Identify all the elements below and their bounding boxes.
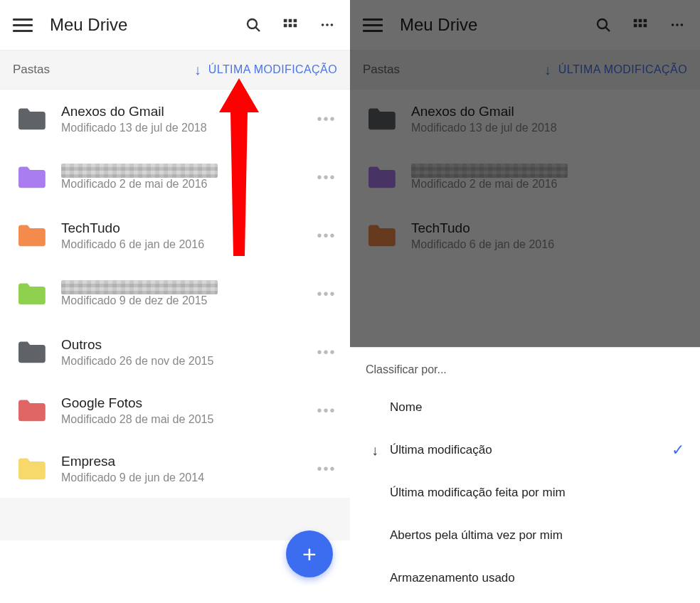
folder-modified: Modificado 2 de mai de 2016	[61, 178, 316, 191]
folder-list: Anexos do GmailModificado 13 de jul de 2…	[0, 90, 350, 603]
item-more-icon[interactable]: •••	[316, 169, 337, 186]
item-text: TechTudoModificado 6 de jan de 2016	[61, 220, 316, 251]
item-more-icon[interactable]: •••	[316, 286, 337, 302]
svg-rect-16	[644, 19, 647, 23]
list-item[interactable]: Google FotosModificado 28 de mai de 2015…	[0, 381, 350, 439]
header-actions	[243, 15, 337, 35]
folder-name: Anexos do Gmail	[411, 104, 687, 119]
folder-name: Empresa	[61, 454, 316, 469]
redacted-name	[61, 164, 218, 178]
list-item[interactable]: OutrosModificado 26 de nov de 2015•••	[0, 323, 350, 381]
grid-view-icon[interactable]	[280, 15, 300, 35]
sort-option-label: Abertos pela última vez por mim	[390, 528, 684, 543]
sort-direction-icon: ↓	[544, 62, 551, 78]
svg-rect-2	[284, 19, 287, 23]
folder-icon	[16, 397, 47, 423]
svg-rect-3	[289, 19, 292, 23]
folder-modified: Modificado 2 de mai de 2016	[411, 178, 687, 191]
svg-point-0	[248, 19, 257, 28]
folder-name: Google Fotos	[61, 395, 316, 411]
sheet-title: Classificar por...	[350, 356, 700, 386]
svg-line-13	[606, 28, 610, 32]
svg-line-1	[256, 28, 260, 32]
svg-rect-15	[639, 19, 642, 23]
sort-option[interactable]: ↓Última modificação✓	[350, 429, 700, 471]
check-icon: ✓	[672, 441, 684, 459]
item-more-icon[interactable]: •••	[316, 228, 337, 244]
folder-name: Outros	[61, 337, 316, 353]
page-title: Meu Drive	[50, 15, 226, 35]
svg-rect-4	[294, 19, 297, 23]
sort-option[interactable]: Armazenamento usado	[350, 557, 700, 599]
item-text: Google FotosModificado 28 de mai de 2015	[61, 395, 316, 426]
menu-icon[interactable]	[13, 15, 33, 35]
section-label: Pastas	[13, 63, 194, 77]
folder-name: TechTudo	[61, 220, 316, 236]
sort-option[interactable]: Abertos pela última vez por mim	[350, 514, 700, 557]
folder-name: Anexos do Gmail	[61, 104, 316, 119]
sort-option-label: Armazenamento usado	[390, 571, 684, 585]
screen-right: Meu Drive Pastas ↓ ÚLTIMA MODIFICAÇÃO An…	[350, 0, 700, 603]
list-item[interactable]: EmpresaModificado 9 de jun de 2014•••	[0, 439, 350, 498]
item-text: OutrosModificado 26 de nov de 2015	[61, 337, 316, 368]
folder-icon	[16, 106, 47, 132]
list-item[interactable]: Anexos do GmailModificado 13 de jul de 2…	[0, 90, 350, 148]
header-actions	[593, 15, 687, 35]
folder-icon	[16, 456, 47, 481]
folder-modified: Modificado 26 de nov de 2015	[61, 355, 316, 368]
sort-bar[interactable]: Pastas ↓ ÚLTIMA MODIFICAÇÃO	[350, 50, 700, 90]
search-icon[interactable]	[243, 15, 263, 35]
list-item[interactable]: TechTudoModificado 6 de jan de 2016•••	[0, 206, 350, 265]
redacted-name	[411, 164, 568, 178]
list-item[interactable]: Modificado 9 de dez de 2015•••	[0, 265, 350, 323]
sort-bar[interactable]: Pastas ↓ ÚLTIMA MODIFICAÇÃO	[0, 50, 350, 90]
list-item[interactable]: Anexos do GmailModificado 13 de jul de 2…	[350, 90, 700, 148]
folder-icon	[16, 281, 47, 306]
search-icon[interactable]	[593, 15, 613, 35]
list-item[interactable]: Modificado 2 de mai de 2016•••	[0, 148, 350, 206]
sort-option[interactable]: Nome	[350, 386, 700, 429]
svg-rect-6	[289, 24, 292, 28]
folder-icon	[16, 339, 47, 365]
folder-icon	[16, 164, 47, 190]
svg-point-22	[681, 23, 684, 26]
fab-add-button[interactable]: +	[286, 530, 333, 577]
folder-icon	[366, 164, 397, 190]
folder-modified: Modificado 9 de dez de 2015	[61, 294, 316, 307]
svg-point-12	[598, 19, 607, 28]
item-text: Modificado 9 de dez de 2015	[61, 280, 316, 307]
svg-rect-14	[634, 19, 637, 23]
svg-point-9	[326, 23, 329, 26]
item-text: Modificado 2 de mai de 2016	[61, 164, 316, 191]
item-more-icon[interactable]: •••	[316, 111, 337, 127]
svg-rect-19	[644, 24, 647, 28]
folder-modified: Modificado 28 de mai de 2015	[61, 413, 316, 426]
svg-point-8	[322, 23, 324, 26]
redacted-name	[61, 280, 218, 294]
svg-point-10	[331, 23, 334, 26]
folder-icon	[16, 223, 47, 248]
grid-view-icon[interactable]	[630, 15, 650, 35]
folder-modified: Modificado 6 de jan de 2016	[411, 238, 687, 251]
folder-icon	[366, 106, 397, 132]
list-item[interactable]: Modificado 2 de mai de 2016	[350, 148, 700, 206]
folder-modified: Modificado 13 de jul de 2018	[61, 122, 316, 134]
menu-icon[interactable]	[363, 15, 383, 35]
sort-value: ÚLTIMA MODIFICAÇÃO	[558, 63, 687, 76]
sort-direction-icon: ↓	[366, 442, 384, 459]
item-more-icon[interactable]: •••	[316, 402, 337, 419]
svg-point-21	[676, 23, 679, 26]
item-text: Anexos do GmailModificado 13 de jul de 2…	[61, 104, 316, 134]
svg-rect-18	[639, 24, 642, 28]
item-more-icon[interactable]: •••	[316, 461, 337, 477]
folder-icon	[366, 223, 397, 248]
list-item[interactable]: TechTudoModificado 6 de jan de 2016	[350, 206, 700, 265]
sort-option[interactable]: Última modificação feita por mim	[350, 471, 700, 514]
item-text: Anexos do GmailModificado 13 de jul de 2…	[411, 104, 687, 134]
more-icon[interactable]	[317, 15, 337, 35]
item-text: EmpresaModificado 9 de jun de 2014	[61, 454, 316, 484]
item-more-icon[interactable]: •••	[316, 344, 337, 361]
sort-value: ÚLTIMA MODIFICAÇÃO	[208, 63, 337, 76]
sort-option-label: Última modificação	[390, 443, 672, 457]
more-icon[interactable]	[667, 15, 687, 35]
